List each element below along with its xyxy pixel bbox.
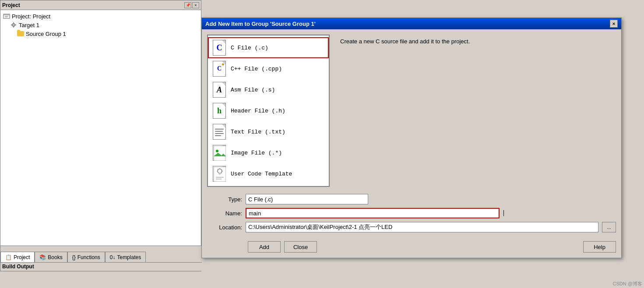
tab-project[interactable]: 📋 Project <box>0 252 35 262</box>
text-file-icon-container <box>211 124 227 140</box>
name-row: Name: <box>207 208 616 218</box>
project-tab-icon: 📋 <box>5 254 12 260</box>
tree-item-source-group[interactable]: Source Group 1 <box>16 29 199 38</box>
asm-file-icon: A <box>213 82 226 98</box>
build-output-text: Build Output <box>2 263 34 270</box>
image-file-label: Image File (.*) <box>231 150 282 156</box>
file-type-cpp[interactable]: C ✦ C++ File (.cpp) <box>208 58 329 79</box>
project-panel: Project 📌 × Project: Project <box>0 0 201 271</box>
text-line-1 <box>215 129 224 130</box>
text-file-label: Text File (.txt) <box>231 129 285 135</box>
tree-item-project[interactable]: Project: Project <box>2 12 199 21</box>
project-tree: Project: Project Target 1 <box>0 10 201 40</box>
books-tab-icon: 📚 <box>39 254 46 260</box>
template-label: User Code Template <box>231 171 292 177</box>
titlebar-buttons: 📌 × <box>184 2 199 8</box>
c-file-label: C File (.c) <box>231 45 268 51</box>
type-label: Type: <box>207 196 242 203</box>
modal-close-button[interactable]: × <box>610 20 618 28</box>
cpp-file-label: C++ File (.cpp) <box>231 66 282 72</box>
project-label: Project: Project <box>12 13 50 20</box>
watermark: CSDN @博客 <box>613 281 642 287</box>
close-button[interactable]: Close <box>284 241 317 253</box>
tab-functions[interactable]: {} Functions <box>67 252 105 262</box>
asm-file-label: Asm File (.s) <box>231 87 275 93</box>
file-type-list: C C File (.c) C ✦ C++ File (.cpp) <box>207 35 330 187</box>
templates-tab-icon: 0↓ <box>110 254 116 260</box>
svg-point-11 <box>216 150 218 152</box>
file-type-asm[interactable]: A Asm File (.s) <box>208 79 329 100</box>
text-line-2 <box>215 131 223 132</box>
close-panel-button[interactable]: × <box>192 2 199 8</box>
ide-background: Project 📌 × Project: Project <box>0 0 644 288</box>
svg-rect-1 <box>4 15 10 18</box>
modal-top-section: C C File (.c) C ✦ C++ File (.cpp) <box>207 35 616 187</box>
target-icon <box>10 21 17 28</box>
project-panel-title: Project <box>2 2 20 8</box>
help-button[interactable]: Help <box>583 241 616 253</box>
location-label: Location: <box>207 224 242 231</box>
action-buttons: Add Close Help <box>207 238 616 253</box>
header-file-icon: h <box>213 103 226 119</box>
form-section: Type: Name: Location: ... <box>207 194 616 232</box>
image-file-icon-container <box>211 145 227 161</box>
description-text: Create a new C source file and add it to… <box>340 38 470 45</box>
modal-dialog: Add New Item to Group 'Source Group 1' ×… <box>201 18 622 258</box>
c-file-icon: C <box>213 40 226 56</box>
source-group-label: Source Group 1 <box>26 31 66 37</box>
folder-icon <box>17 30 24 37</box>
tab-books-label: Books <box>48 254 62 260</box>
tree-item-target[interactable]: Target 1 <box>9 21 199 29</box>
tab-books[interactable]: 📚 Books <box>35 252 67 262</box>
cpp-plus-icon: ✦ <box>221 62 225 67</box>
description-panel: Create a new C source file and add it to… <box>337 35 616 187</box>
tab-functions-label: Functions <box>77 254 100 260</box>
cursor-indicator <box>503 210 504 216</box>
tab-templates[interactable]: 0↓ Templates <box>105 252 146 262</box>
svg-point-5 <box>13 25 14 25</box>
type-input[interactable] <box>246 194 368 204</box>
location-row: Location: ... <box>207 222 616 232</box>
text-file-icon <box>213 124 226 140</box>
svg-rect-10 <box>214 146 226 161</box>
text-line-4 <box>215 135 221 136</box>
header-file-icon-container: h <box>211 103 227 119</box>
text-lines-decoration <box>215 129 224 136</box>
file-type-template[interactable]: User Code Template <box>208 163 329 184</box>
header-file-label: Header File (.h) <box>231 108 285 114</box>
tab-project-label: Project <box>14 254 30 260</box>
project-icon <box>3 13 10 20</box>
cpp-file-icon-container: C ✦ <box>211 61 227 77</box>
modal-titlebar: Add New Item to Group 'Source Group 1' × <box>202 18 621 29</box>
template-icon <box>213 166 226 182</box>
build-output-label: Build Output <box>0 262 202 271</box>
type-row: Type: <box>207 194 616 204</box>
project-panel-titlebar: Project 📌 × <box>0 0 201 10</box>
text-line-3 <box>215 133 224 134</box>
add-button[interactable]: Add <box>248 241 281 253</box>
image-file-icon <box>213 145 226 161</box>
functions-tab-icon: {} <box>72 254 76 260</box>
location-input[interactable] <box>246 222 598 232</box>
browse-button[interactable]: ... <box>602 222 616 232</box>
template-file-icon-container <box>211 166 227 182</box>
pin-button[interactable]: 📌 <box>184 2 191 8</box>
name-input[interactable] <box>246 208 500 218</box>
file-type-c[interactable]: C C File (.c) <box>208 37 329 58</box>
target-label: Target 1 <box>19 22 39 28</box>
modal-title: Add New Item to Group 'Source Group 1' <box>205 21 316 27</box>
bottom-tabs: 📋 Project 📚 Books {} Functions 0↓ Templa… <box>0 246 202 262</box>
asm-file-icon-container: A <box>211 82 227 98</box>
modal-content: C C File (.c) C ✦ C++ File (.cpp) <box>202 29 621 258</box>
file-type-header[interactable]: h Header File (.h) <box>208 100 329 121</box>
name-label: Name: <box>207 210 242 217</box>
cpp-file-icon: C ✦ <box>213 61 226 77</box>
tab-templates-label: Templates <box>117 254 141 260</box>
file-type-text[interactable]: Text File (.txt) <box>208 121 329 142</box>
file-type-image[interactable]: Image File (.*) <box>208 142 329 163</box>
c-file-icon-container: C <box>211 40 227 56</box>
